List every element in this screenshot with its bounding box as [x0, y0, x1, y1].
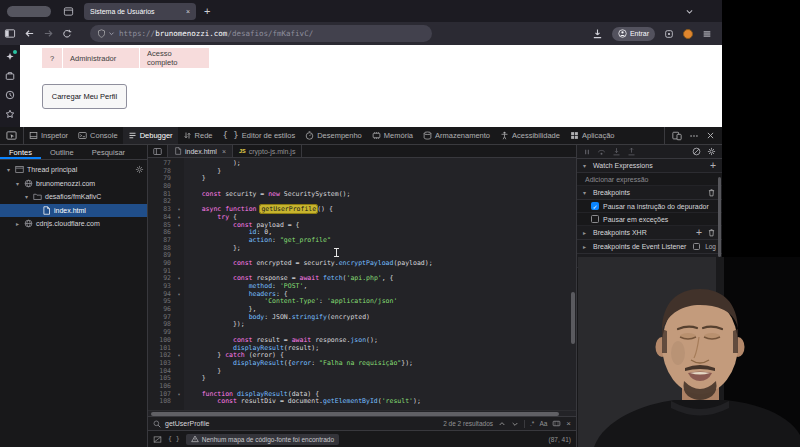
back-icon[interactable]: [24, 28, 35, 39]
tree-item-cdnjs-cloudflare-com[interactable]: ▸cdnjs.cloudflare.com: [0, 217, 147, 231]
code-editor[interactable]: 7778798081828384858687888990919293949596…: [148, 158, 576, 410]
code-line[interactable]: }: [186, 375, 576, 383]
download-icon[interactable]: [592, 28, 603, 39]
code-line[interactable]: const resultDiv = document.getElementByI…: [186, 398, 576, 406]
bookmarks-star-icon[interactable]: [5, 109, 15, 119]
list-all-tabs-icon[interactable]: [685, 7, 694, 16]
code-line[interactable]: const encrypted = security.encryptPayloa…: [186, 260, 576, 268]
chevron-down-icon[interactable]: ▾: [23, 193, 30, 200]
sources-tab-pesquisar[interactable]: Pesquisar: [83, 145, 134, 159]
editor-tab-crypto-js-min-js[interactable]: JScrypto-js.min.js: [233, 145, 302, 157]
fold-arrow-icon[interactable]: ▾: [174, 206, 184, 214]
delete-icon[interactable]: [707, 188, 716, 197]
devtools-tab-styles[interactable]: { }Editor de estilos: [218, 127, 301, 144]
chevron-right-icon[interactable]: ▸: [583, 243, 589, 250]
regex-toggle[interactable]: .*: [530, 420, 534, 427]
watch-expression-input[interactable]: Adicionar expressão: [577, 173, 722, 186]
code-line[interactable]: };: [186, 245, 576, 253]
code-line[interactable]: }: [186, 175, 576, 183]
chevron-right-icon[interactable]: ▸: [583, 229, 589, 236]
whole-word-toggle-icon[interactable]: [552, 419, 561, 428]
code-line[interactable]: });: [186, 321, 576, 329]
right-panel-scrollbar[interactable]: [718, 177, 721, 257]
url-bar[interactable]: https://brunomenozzi.com/desafios/fmKafi…: [90, 25, 432, 42]
tree-item-brunomenozzi-com[interactable]: ▾brunomenozzi.com: [0, 177, 147, 191]
devtools-tab-storage[interactable]: Armazenamento: [418, 127, 495, 144]
code-line[interactable]: action: "get_profile": [186, 237, 576, 245]
code-line[interactable]: );: [186, 160, 576, 168]
tree-item-index-html[interactable]: index.html: [0, 204, 147, 218]
pause-icon[interactable]: [583, 148, 591, 156]
next-match-icon[interactable]: [511, 420, 519, 428]
section-header-watch-expressions[interactable]: ▾Watch Expressions+: [577, 159, 722, 173]
fold-arrow-icon[interactable]: ▾: [174, 214, 184, 222]
step-over-icon[interactable]: [597, 147, 606, 156]
fold-arrow-icon[interactable]: ▾: [174, 352, 184, 360]
chevron-down-icon[interactable]: ▾: [583, 189, 589, 196]
menu-icon[interactable]: [702, 29, 712, 39]
line-number-gutter[interactable]: 7778798081828384858687888990919293949596…: [148, 158, 174, 410]
extension-icon[interactable]: [664, 29, 674, 39]
code-line[interactable]: const security = new SecuritySystem();: [186, 191, 576, 199]
tab-close-icon[interactable]: ×: [186, 8, 190, 15]
devtools-tab-console[interactable]: Console: [73, 127, 123, 144]
tree-item-thread-principal[interactable]: ▾Thread principal: [0, 163, 147, 177]
devtools-menu-icon[interactable]: [689, 131, 699, 141]
code-line[interactable]: }: [186, 168, 576, 176]
section-header-breakpoints[interactable]: ▾Breakpoints: [577, 186, 722, 200]
pretty-print-icon[interactable]: { }: [168, 435, 180, 443]
editor-tab-close-icon[interactable]: ×: [222, 148, 226, 155]
breakpoint-option-row[interactable]: Pausar em exceções: [577, 213, 722, 226]
debugger-settings-gear-icon[interactable]: [707, 147, 716, 156]
chevron-down-icon[interactable]: ▾: [14, 180, 21, 187]
checkbox-unchecked[interactable]: [591, 215, 599, 223]
site-identity-shield-icon[interactable]: [97, 29, 106, 38]
devtools-tab-network[interactable]: Rede: [178, 127, 218, 144]
site-identity-chevron-icon[interactable]: [108, 30, 115, 37]
section-header-breakpoints-de-event-listener[interactable]: ▸Breakpoints de Event ListenerLog: [577, 240, 722, 254]
chevron-down-icon[interactable]: ▾: [5, 166, 12, 173]
search-close-icon[interactable]: ×: [566, 419, 571, 428]
code-line[interactable]: }: [186, 368, 576, 376]
chevron-down-icon[interactable]: ▾: [583, 162, 589, 169]
checkbox-checked[interactable]: ✓: [591, 202, 599, 210]
sources-tab-outline[interactable]: Outline: [41, 145, 83, 159]
line-number[interactable]: 108: [148, 398, 171, 406]
add-icon[interactable]: +: [710, 161, 716, 171]
history-icon[interactable]: [5, 90, 15, 100]
editor-vertical-scrollbar[interactable]: [571, 292, 575, 344]
devtools-tab-performance[interactable]: Desempenho: [300, 127, 367, 144]
blackbox-source-icon[interactable]: [153, 435, 162, 444]
load-profile-button[interactable]: Carregar Meu Perfil: [42, 84, 127, 109]
synced-tabs-icon[interactable]: [5, 71, 15, 81]
fold-arrow-icon[interactable]: ▾: [174, 291, 184, 299]
fold-arrow-icon[interactable]: ▾: [174, 222, 184, 230]
fold-markers[interactable]: ▾▾▾▾▾▾▾: [174, 158, 184, 410]
delete-icon[interactable]: [707, 228, 716, 237]
devtools-tab-application[interactable]: Aplicação: [565, 127, 620, 144]
reload-icon[interactable]: [62, 29, 72, 39]
fold-arrow-icon[interactable]: ▾: [174, 275, 184, 283]
code-lines[interactable]: ); } } const security = new SecuritySyst…: [184, 158, 576, 410]
log-checkbox[interactable]: [693, 243, 700, 250]
pick-element-icon[interactable]: [0, 127, 24, 144]
scrollbar-thumb[interactable]: [151, 412, 559, 416]
forward-icon[interactable]: [43, 28, 54, 39]
previous-match-icon[interactable]: [498, 420, 506, 428]
step-out-icon[interactable]: [627, 147, 636, 156]
url-text[interactable]: https://brunomenozzi.com/desafios/fmKafi…: [119, 29, 313, 38]
editor-horizontal-scrollbar[interactable]: [148, 410, 576, 416]
code-line[interactable]: async function getUserProfile() {: [186, 206, 576, 214]
devtools-tab-accessibility[interactable]: Acessibilidade: [495, 127, 565, 144]
section-header-breakpoints-xhr[interactable]: ▸Breakpoints XHR+: [577, 226, 722, 240]
ai-chatbot-icon[interactable]: [5, 52, 15, 62]
chevron-right-icon[interactable]: ▸: [14, 220, 21, 227]
step-in-icon[interactable]: [612, 147, 621, 156]
firefox-view-icon[interactable]: [63, 6, 74, 17]
collapse-sources-icon[interactable]: [148, 145, 168, 157]
fold-arrow-icon[interactable]: ▾: [174, 391, 184, 399]
breakpoint-option-row[interactable]: ✓Pausar na instrução do depurador: [577, 200, 722, 213]
deactivate-breakpoints-icon[interactable]: [692, 147, 701, 156]
devtools-tab-memory[interactable]: Memória: [367, 127, 418, 144]
signin-button[interactable]: Entrar: [612, 27, 655, 41]
